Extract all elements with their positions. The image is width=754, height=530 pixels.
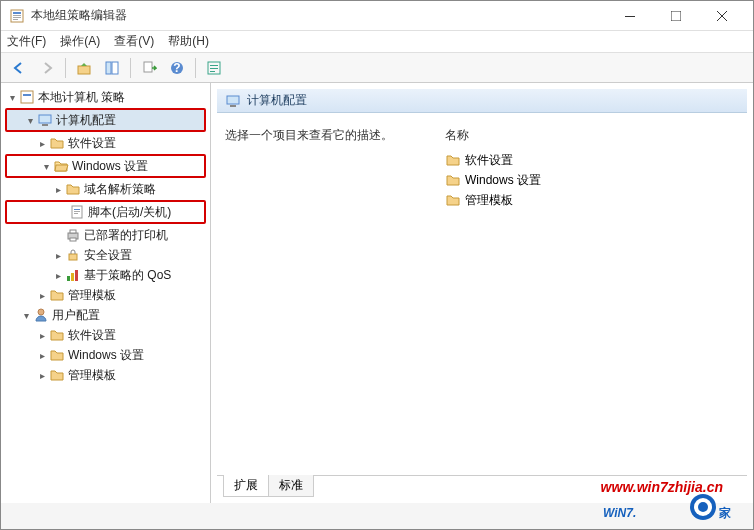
menu-action[interactable]: 操作(A) bbox=[60, 33, 100, 50]
tree-policy-qos[interactable]: ▸ 基于策略的 QoS bbox=[3, 265, 208, 285]
highlight-scripts: 脚本(启动/关机) bbox=[5, 200, 206, 224]
svg-rect-16 bbox=[210, 65, 218, 66]
tree-user-config[interactable]: ▾ 用户配置 bbox=[3, 305, 208, 325]
filter-button[interactable] bbox=[202, 56, 226, 80]
column-name[interactable]: 名称 bbox=[445, 127, 739, 144]
menubar: 文件(F) 操作(A) 查看(V) 帮助(H) bbox=[1, 31, 753, 53]
up-button[interactable] bbox=[72, 56, 96, 80]
tree-software-settings[interactable]: ▸ 软件设置 bbox=[3, 133, 208, 153]
folder-icon bbox=[445, 152, 461, 168]
svg-rect-1 bbox=[13, 12, 21, 14]
logo-text-2: 家 bbox=[718, 506, 731, 520]
menu-view[interactable]: 查看(V) bbox=[114, 33, 154, 50]
folder-icon bbox=[49, 135, 65, 151]
svg-rect-5 bbox=[625, 16, 635, 17]
svg-rect-20 bbox=[23, 94, 31, 96]
item-label: 管理模板 bbox=[465, 192, 513, 209]
tree-computer-config[interactable]: ▾ 计算机配置 bbox=[7, 110, 204, 130]
details-header: 计算机配置 bbox=[217, 89, 747, 113]
export-list-button[interactable] bbox=[137, 56, 161, 80]
svg-rect-6 bbox=[671, 11, 681, 21]
expand-icon[interactable]: ▸ bbox=[35, 370, 49, 381]
window-title: 本地组策略编辑器 bbox=[31, 7, 607, 24]
list-item[interactable]: 管理模板 bbox=[445, 190, 739, 210]
expand-icon[interactable]: ▸ bbox=[35, 138, 49, 149]
tree-root[interactable]: ▾ 本地计算机 策略 bbox=[3, 87, 208, 107]
expand-icon[interactable]: ▸ bbox=[51, 270, 65, 281]
svg-rect-28 bbox=[70, 230, 76, 233]
view-tabs: 扩展 标准 bbox=[217, 475, 747, 497]
tree-name-resolution[interactable]: ▸ 域名解析策略 bbox=[3, 179, 208, 199]
policy-icon bbox=[19, 89, 35, 105]
list-item[interactable]: Windows 设置 bbox=[445, 170, 739, 190]
user-icon bbox=[33, 307, 49, 323]
svg-rect-31 bbox=[67, 276, 70, 281]
tree-windows-settings[interactable]: ▾ Windows 设置 bbox=[7, 156, 204, 176]
titlebar: 本地组策略编辑器 bbox=[1, 1, 753, 31]
highlight-computer-config: ▾ 计算机配置 bbox=[5, 108, 206, 132]
svg-rect-21 bbox=[39, 115, 51, 123]
help-button[interactable]: ? bbox=[165, 56, 189, 80]
details-title: 计算机配置 bbox=[247, 92, 307, 109]
maximize-button[interactable] bbox=[653, 1, 699, 31]
folder-icon bbox=[49, 327, 65, 343]
tree-user-admin-templates[interactable]: ▸ 管理模板 bbox=[3, 365, 208, 385]
folder-icon bbox=[49, 367, 65, 383]
svg-point-34 bbox=[38, 309, 44, 315]
list-item[interactable]: 软件设置 bbox=[445, 150, 739, 170]
folder-icon bbox=[49, 287, 65, 303]
expand-icon[interactable]: ▸ bbox=[35, 350, 49, 361]
toolbar-separator bbox=[195, 58, 196, 78]
tab-standard[interactable]: 标准 bbox=[268, 475, 314, 497]
details-pane: 计算机配置 选择一个项目来查看它的描述。 名称 软件设置 Windows 设置 … bbox=[211, 83, 753, 503]
tree-user-windows-settings[interactable]: ▸ Windows 设置 bbox=[3, 345, 208, 365]
tree-deployed-printers[interactable]: 已部署的打印机 bbox=[3, 225, 208, 245]
expand-icon[interactable]: ▸ bbox=[51, 250, 65, 261]
tree-user-software-settings[interactable]: ▸ 软件设置 bbox=[3, 325, 208, 345]
svg-rect-26 bbox=[74, 213, 78, 214]
svg-rect-32 bbox=[71, 273, 74, 281]
tree-scripts[interactable]: 脚本(启动/关机) bbox=[7, 202, 204, 222]
expand-icon[interactable]: ▸ bbox=[51, 184, 65, 195]
computer-icon bbox=[225, 93, 241, 109]
folder-icon bbox=[65, 181, 81, 197]
svg-rect-12 bbox=[144, 62, 152, 72]
svg-rect-22 bbox=[42, 124, 48, 126]
collapse-icon[interactable]: ▾ bbox=[23, 115, 37, 126]
expand-icon[interactable]: ▸ bbox=[35, 330, 49, 341]
lock-icon bbox=[65, 247, 81, 263]
computer-icon bbox=[37, 112, 53, 128]
svg-rect-2 bbox=[13, 15, 21, 16]
toolbar: ? bbox=[1, 53, 753, 83]
menu-help[interactable]: 帮助(H) bbox=[168, 33, 209, 50]
app-icon bbox=[9, 8, 25, 24]
svg-rect-17 bbox=[210, 68, 218, 69]
forward-button[interactable] bbox=[35, 56, 59, 80]
svg-rect-3 bbox=[13, 17, 21, 18]
toolbar-separator bbox=[130, 58, 131, 78]
show-hide-tree-button[interactable] bbox=[100, 56, 124, 80]
details-body: 选择一个项目来查看它的描述。 名称 软件设置 Windows 设置 管理模板 bbox=[211, 113, 753, 475]
back-button[interactable] bbox=[7, 56, 31, 80]
collapse-icon[interactable]: ▾ bbox=[5, 92, 19, 103]
svg-rect-19 bbox=[21, 91, 33, 103]
tree-admin-templates[interactable]: ▸ 管理模板 bbox=[3, 285, 208, 305]
script-icon bbox=[69, 204, 85, 220]
expand-icon[interactable]: ▸ bbox=[35, 290, 49, 301]
tree-security-settings[interactable]: ▸ 安全设置 bbox=[3, 245, 208, 265]
collapse-icon[interactable]: ▾ bbox=[19, 310, 33, 321]
svg-rect-36 bbox=[230, 105, 236, 107]
folder-icon bbox=[49, 347, 65, 363]
tab-extended[interactable]: 扩展 bbox=[223, 475, 269, 497]
svg-rect-10 bbox=[106, 62, 111, 74]
close-button[interactable] bbox=[699, 1, 745, 31]
minimize-button[interactable] bbox=[607, 1, 653, 31]
menu-file[interactable]: 文件(F) bbox=[7, 33, 46, 50]
svg-rect-35 bbox=[227, 96, 239, 104]
tree-pane[interactable]: ▾ 本地计算机 策略 ▾ 计算机配置 ▸ 软件设置 ▾ Windows 设置 ▸ bbox=[1, 83, 211, 503]
svg-rect-30 bbox=[69, 254, 77, 260]
svg-point-39 bbox=[698, 502, 708, 512]
svg-rect-11 bbox=[112, 62, 118, 74]
collapse-icon[interactable]: ▾ bbox=[39, 161, 53, 172]
logo-text-1: WiN7. bbox=[603, 506, 636, 520]
